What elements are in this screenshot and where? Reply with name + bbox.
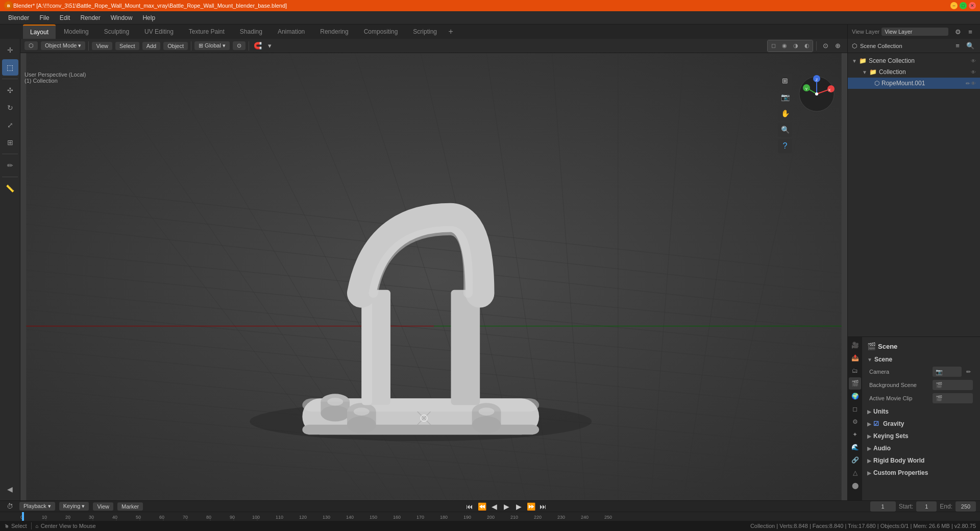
- visibility-eye-2[interactable]: 👁: [971, 69, 976, 75]
- visibility-eye-3[interactable]: 👁: [971, 81, 976, 86]
- move-tool[interactable]: ✣: [2, 82, 18, 99]
- jump-end-button[interactable]: ⏭: [538, 501, 548, 512]
- outliner-filter-icon[interactable]: ≡: [952, 40, 963, 52]
- snap-settings-icon[interactable]: ▾: [264, 40, 276, 52]
- props-tab-scene[interactable]: 🎬: [849, 377, 861, 390]
- outliner-search-icon[interactable]: 🔍: [965, 40, 976, 52]
- props-tab-particles[interactable]: ✦: [849, 428, 861, 441]
- extra-tools-button[interactable]: ◀: [2, 481, 18, 497]
- keying-menu[interactable]: Keying ▾: [59, 502, 89, 511]
- snap-icon[interactable]: 🧲: [252, 40, 263, 52]
- add-menu[interactable]: Add: [142, 42, 161, 50]
- props-tab-object[interactable]: ◻: [849, 403, 861, 415]
- end-frame-input[interactable]: 250: [955, 501, 976, 512]
- mode-selector[interactable]: Object Mode ▾: [41, 41, 85, 50]
- view-menu[interactable]: View: [92, 42, 112, 50]
- active-movie-clip-value[interactable]: 🎬: [933, 393, 973, 403]
- hand-tool[interactable]: ✋: [778, 106, 792, 120]
- scene-section-header[interactable]: ▼ Scene: [865, 354, 977, 365]
- camera-edit-icon[interactable]: ✏: [964, 367, 973, 376]
- outliner-row-scene-collection[interactable]: ▼ 📁 Scene Collection 👁: [848, 55, 980, 66]
- props-tab-constraints[interactable]: 🔗: [849, 454, 861, 466]
- tab-add-button[interactable]: +: [445, 26, 456, 37]
- props-tab-material[interactable]: ⬤: [849, 479, 861, 492]
- gizmo-icon[interactable]: ⊕: [832, 40, 843, 52]
- scene-options-icon[interactable]: ⚙: [952, 26, 964, 37]
- props-tab-world[interactable]: 🌍: [849, 390, 861, 402]
- step-forward-button[interactable]: ▶: [513, 501, 524, 512]
- tab-texture-paint[interactable]: Texture Paint: [182, 25, 232, 39]
- camera-value[interactable]: 📷: [933, 367, 962, 377]
- rotate-tool[interactable]: ↻: [2, 100, 18, 116]
- audio-section-header[interactable]: ▶ Audio: [865, 443, 977, 453]
- custom-props-header[interactable]: ▶ Custom Properties: [865, 468, 977, 478]
- props-tab-output[interactable]: 📤: [849, 352, 861, 364]
- menu-blender[interactable]: Blender: [4, 13, 33, 22]
- menu-file[interactable]: File: [35, 13, 53, 22]
- wireframe-shading[interactable]: ◻: [768, 40, 779, 52]
- scale-tool[interactable]: ⤢: [2, 117, 18, 133]
- play-button[interactable]: ▶: [501, 501, 511, 512]
- select-tool[interactable]: ⬚: [2, 59, 18, 76]
- navigation-gizmo[interactable]: X Y Z: [796, 74, 837, 114]
- solid-shading[interactable]: ◉: [779, 40, 790, 52]
- view-menu-timeline[interactable]: View: [93, 502, 113, 511]
- outliner-row-ropemount[interactable]: ⬡ RopeMount.001 ✏ 👁: [848, 78, 980, 89]
- tab-scripting[interactable]: Scripting: [406, 25, 444, 39]
- editor-type-button[interactable]: ⬡: [24, 41, 38, 50]
- tab-sculpting[interactable]: Sculpting: [97, 25, 136, 39]
- select-menu[interactable]: Select: [115, 42, 139, 50]
- units-section-header[interactable]: ▶ Units: [865, 406, 977, 417]
- menu-help[interactable]: Help: [138, 13, 159, 22]
- tab-uv-editing[interactable]: UV Editing: [137, 25, 181, 39]
- obj-edit-icon[interactable]: ✏: [966, 81, 970, 86]
- background-scene-value[interactable]: 🎬: [933, 380, 973, 390]
- marker-menu[interactable]: Marker: [117, 502, 143, 511]
- camera-view-button[interactable]: 📷: [778, 90, 792, 104]
- tab-animation[interactable]: Animation: [271, 25, 312, 39]
- maximize-button[interactable]: □: [960, 2, 967, 9]
- jump-start-button[interactable]: ⏮: [464, 501, 475, 512]
- menu-window[interactable]: Window: [107, 13, 137, 22]
- transform-global[interactable]: ⊞ Global ▾: [194, 41, 230, 50]
- props-tab-view-layer[interactable]: 🗂: [849, 365, 861, 377]
- tab-modeling[interactable]: Modeling: [57, 25, 96, 39]
- minimize-button[interactable]: –: [950, 2, 958, 9]
- timeline-ruler[interactable]: 0 10 20 30 40 50 60 70 80 90 100 110 120…: [0, 512, 980, 521]
- measure-tool[interactable]: 📏: [2, 180, 18, 197]
- timeline-editor-icon[interactable]: ⏱: [4, 501, 15, 512]
- outliner-row-collection[interactable]: ▼ 📁 Collection 👁: [848, 66, 980, 78]
- keying-sets-header[interactable]: ▶ Keying Sets: [865, 431, 977, 441]
- tab-layout[interactable]: Layout: [23, 25, 56, 39]
- gravity-checkbox[interactable]: ☑: [873, 420, 879, 427]
- tab-shading[interactable]: Shading: [233, 25, 270, 39]
- gravity-section-header[interactable]: ▶ ☑ Gravity: [865, 419, 977, 429]
- zoom-view-button[interactable]: ⊞: [778, 74, 792, 88]
- object-menu[interactable]: Object: [163, 42, 188, 50]
- proportional-editing[interactable]: ⊙: [233, 41, 246, 50]
- menu-edit[interactable]: Edit: [56, 13, 75, 22]
- annotate-tool[interactable]: ✏: [2, 157, 18, 174]
- help-icon[interactable]: ?: [778, 139, 792, 153]
- visibility-eye[interactable]: 👁: [971, 58, 976, 64]
- select-cursor-tool[interactable]: ✛: [2, 42, 18, 58]
- tab-rendering[interactable]: Rendering: [313, 25, 355, 39]
- overlay-icon[interactable]: ⊙: [820, 40, 831, 52]
- jump-next-keyframe[interactable]: ⏩: [526, 501, 536, 512]
- jump-prev-keyframe[interactable]: ⏪: [477, 501, 487, 512]
- menu-render[interactable]: Render: [76, 13, 104, 22]
- playback-menu[interactable]: Playback ▾: [19, 502, 55, 511]
- start-frame-input[interactable]: 1: [916, 501, 937, 512]
- viewport-3d[interactable]: ⬡ Object Mode ▾ View Select Add Object ⊞…: [20, 39, 847, 500]
- tab-compositing[interactable]: Compositing: [357, 25, 405, 39]
- transform-tool[interactable]: ⊞: [2, 134, 18, 151]
- close-button[interactable]: ✕: [969, 2, 976, 9]
- rigid-body-header[interactable]: ▶ Rigid Body World: [865, 455, 977, 466]
- props-tab-render[interactable]: 🎥: [849, 339, 861, 351]
- looksdev-shading[interactable]: ◑: [790, 40, 801, 52]
- rendered-shading[interactable]: ◐: [801, 40, 813, 52]
- props-tab-physics[interactable]: 🌊: [849, 441, 861, 453]
- view-layer-selector[interactable]: View Layer: [881, 28, 948, 36]
- zoom-tool[interactable]: 🔍: [778, 123, 792, 137]
- step-back-button[interactable]: ◀: [489, 501, 499, 512]
